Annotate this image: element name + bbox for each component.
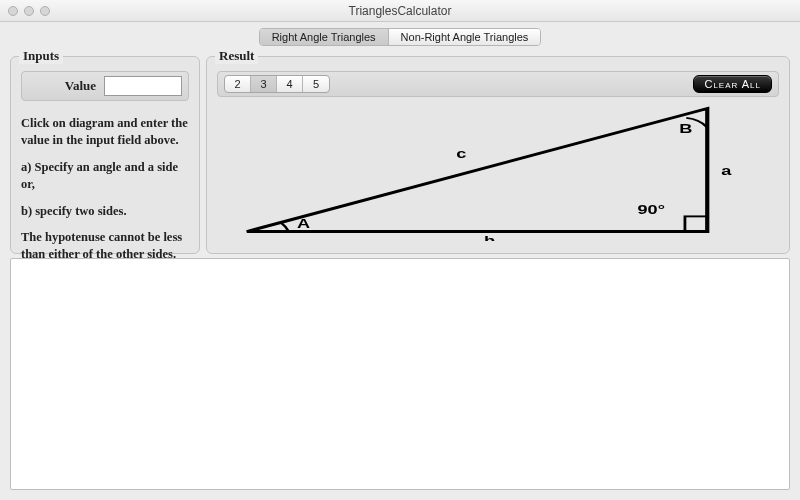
clear-all-button[interactable]: Clear All	[693, 75, 772, 93]
diagram-angle-b[interactable]: B	[679, 122, 692, 135]
value-row: Value	[21, 71, 189, 101]
zoom-window-button[interactable]	[40, 6, 50, 16]
tabs: Right Angle Triangles Non-Right Angle Tr…	[259, 28, 542, 46]
inputs-title: Inputs	[19, 48, 63, 64]
instructions: Click on diagram and enter the value in …	[21, 115, 189, 263]
result-title: Result	[215, 48, 258, 64]
instruction-line: Click on diagram and enter the value in …	[21, 115, 189, 149]
instruction-line: b) specify two sides.	[21, 203, 189, 220]
window-content: Right Angle Triangles Non-Right Angle Tr…	[0, 22, 800, 500]
diagram-side-c[interactable]: c	[456, 147, 467, 161]
window-title: TrianglesCalculator	[0, 4, 800, 18]
output-area	[10, 258, 790, 490]
precision-option-5[interactable]: 5	[303, 76, 329, 92]
precision-option-3[interactable]: 3	[251, 76, 277, 92]
close-window-button[interactable]	[8, 6, 18, 16]
inputs-group: Inputs Value Click on diagram and enter …	[10, 56, 200, 254]
diagram-right-angle: 90°	[638, 203, 665, 216]
minimize-window-button[interactable]	[24, 6, 34, 16]
tab-non-right-angle[interactable]: Non-Right Angle Triangles	[389, 29, 541, 45]
result-group: Result 2 3 4 5 Clear All	[206, 56, 790, 254]
panel-row: Inputs Value Click on diagram and enter …	[0, 48, 800, 258]
tab-right-angle[interactable]: Right Angle Triangles	[260, 29, 389, 45]
traffic-lights	[0, 6, 50, 16]
instruction-line: a) Specify an angle and a side or,	[21, 159, 189, 193]
tabs-container: Right Angle Triangles Non-Right Angle Tr…	[0, 22, 800, 46]
value-input[interactable]	[104, 76, 182, 96]
window: TrianglesCalculator Right Angle Triangle…	[0, 0, 800, 500]
titlebar: TrianglesCalculator	[0, 0, 800, 22]
diagram-angle-a[interactable]: A	[297, 217, 310, 230]
precision-option-4[interactable]: 4	[277, 76, 303, 92]
diagram-side-a[interactable]: a	[721, 164, 732, 177]
diagram-side-b[interactable]: b	[484, 234, 495, 241]
precision-option-2[interactable]: 2	[225, 76, 251, 92]
value-label: Value	[65, 78, 96, 94]
result-toolbar: 2 3 4 5 Clear All	[217, 71, 779, 97]
precision-segmented-control: 2 3 4 5	[224, 75, 330, 93]
svg-rect-1	[685, 216, 707, 231]
triangle-diagram[interactable]: A B c a 90° b	[219, 99, 777, 241]
